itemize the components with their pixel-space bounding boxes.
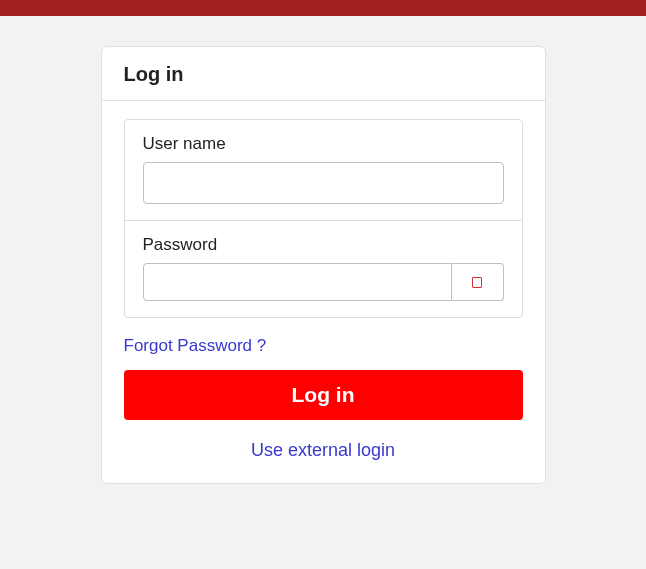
- username-label: User name: [143, 134, 504, 154]
- card-title: Log in: [124, 63, 523, 86]
- password-label: Password: [143, 235, 504, 255]
- card-header: Log in: [102, 47, 545, 101]
- login-card: Log in User name Password: [101, 46, 546, 484]
- eye-icon: [472, 277, 482, 288]
- page-container: Log in User name Password: [0, 16, 646, 484]
- card-body: User name Password Forgot Password ? Log…: [102, 101, 545, 483]
- top-bar: [0, 0, 646, 16]
- username-input[interactable]: [143, 162, 504, 204]
- password-group: Password: [125, 220, 522, 317]
- username-group: User name: [125, 120, 522, 220]
- external-login-link[interactable]: Use external login: [124, 440, 523, 461]
- toggle-password-button[interactable]: [452, 263, 504, 301]
- login-button[interactable]: Log in: [124, 370, 523, 420]
- forgot-password-link[interactable]: Forgot Password ?: [124, 336, 267, 356]
- password-row: [143, 263, 504, 301]
- password-input[interactable]: [143, 263, 452, 301]
- form-box: User name Password: [124, 119, 523, 318]
